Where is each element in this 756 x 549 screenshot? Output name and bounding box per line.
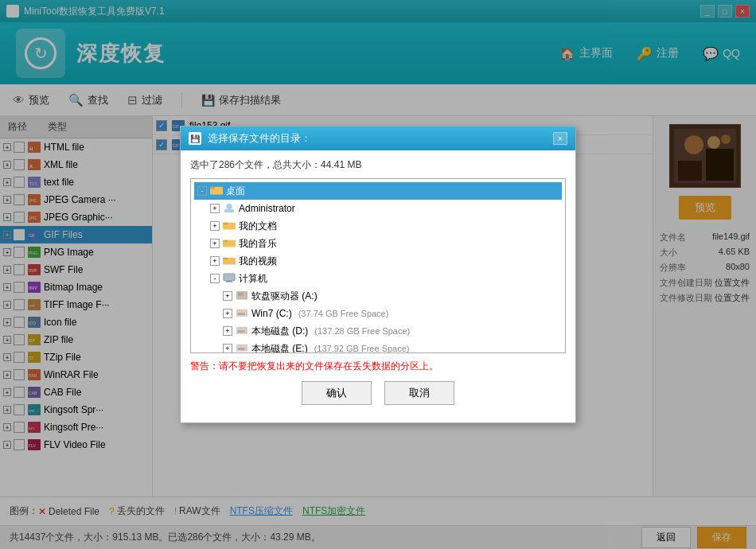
expand-icon[interactable]: + xyxy=(210,204,220,213)
cancel-button[interactable]: 取消 xyxy=(384,381,454,405)
tree-label: Administrator xyxy=(239,203,295,214)
tree-item-administrator[interactable]: + Administrator xyxy=(194,200,562,217)
tree-label: 桌面 xyxy=(226,185,245,198)
dialog-info: 选中了286个文件，总共大小：44.41 MB xyxy=(190,158,566,172)
expand-icon[interactable]: - xyxy=(210,274,220,283)
svg-rect-65 xyxy=(238,330,245,333)
dialog-footer: 确认 取消 xyxy=(190,381,566,415)
drive-space: (37.74 GB Free Space) xyxy=(298,309,389,318)
tree-item-c[interactable]: + Win7 (C:) (37.74 GB Free Space) xyxy=(194,305,562,322)
dialog-icon: 💾 xyxy=(189,132,201,145)
svg-point-49 xyxy=(226,204,232,209)
svg-rect-59 xyxy=(225,282,234,283)
dialog-close-button[interactable]: × xyxy=(553,132,567,145)
drive-space: (137.28 GB Free Space) xyxy=(314,326,410,336)
drive-icon xyxy=(236,290,248,302)
tree-label: Win7 (C:) xyxy=(251,308,292,319)
tree-label: 本地磁盘 (D:) xyxy=(251,325,308,338)
user-icon xyxy=(223,203,236,214)
dialog-warning: 警告：请不要把恢复出来的文件保存在丢失数据的分区上。 xyxy=(190,360,566,373)
dialog-overlay: 💾 选择保存文件的目录： × 选中了286个文件，总共大小：44.41 MB -… xyxy=(0,0,756,549)
tree-item-desktop[interactable]: - 桌面 xyxy=(194,182,562,200)
svg-rect-61 xyxy=(238,293,244,296)
expand-icon[interactable]: + xyxy=(210,256,220,266)
expand-icon[interactable]: + xyxy=(210,221,220,231)
dialog-title: 选择保存文件的目录： xyxy=(208,131,311,146)
tree-label: 我的音乐 xyxy=(239,237,277,251)
computer-icon xyxy=(223,273,236,284)
folder-tree[interactable]: - 桌面 + Administrator xyxy=(190,178,566,353)
svg-rect-57 xyxy=(224,274,235,281)
tree-item-docs[interactable]: + 我的文档 xyxy=(194,217,562,235)
expand-icon[interactable]: + xyxy=(223,309,232,318)
tree-label: 我的文档 xyxy=(239,220,277,233)
tree-item-music[interactable]: + 我的音乐 xyxy=(194,235,562,252)
expand-icon[interactable]: + xyxy=(223,344,232,353)
tree-label: 计算机 xyxy=(239,272,267,286)
expand-icon[interactable]: + xyxy=(210,239,220,248)
svg-rect-58 xyxy=(226,281,232,282)
drive-space: (137.92 GB Free Space) xyxy=(314,344,410,353)
expand-icon[interactable]: - xyxy=(197,186,207,196)
confirm-button[interactable]: 确认 xyxy=(302,381,372,405)
desktop-icon xyxy=(210,185,223,197)
svg-rect-48 xyxy=(210,187,215,189)
folder-icon xyxy=(223,238,236,249)
svg-rect-52 xyxy=(223,223,228,225)
tree-label: 软盘驱动器 (A:) xyxy=(251,290,318,303)
drive-icon xyxy=(236,325,248,337)
tree-item-computer[interactable]: - 计算机 xyxy=(194,270,562,287)
tree-item-video[interactable]: + 我的视频 xyxy=(194,252,562,270)
svg-rect-67 xyxy=(238,348,245,350)
tree-label: 本地磁盘 (E:) xyxy=(251,342,308,354)
tree-item-floppy[interactable]: + 软盘驱动器 (A:) xyxy=(194,287,562,305)
drive-icon xyxy=(236,343,248,353)
tree-item-e[interactable]: + 本地磁盘 (E:) (137.92 GB Free Space) xyxy=(194,340,562,353)
tree-label: 我的视频 xyxy=(239,255,277,268)
tree-item-d[interactable]: + 本地磁盘 (D:) (137.28 GB Free Space) xyxy=(194,322,562,340)
folder-icon xyxy=(223,255,236,267)
drive-icon xyxy=(236,308,248,319)
expand-icon[interactable]: + xyxy=(223,326,232,336)
svg-rect-50 xyxy=(224,209,234,212)
save-dialog: 💾 选择保存文件的目录： × 选中了286个文件，总共大小：44.41 MB -… xyxy=(180,126,576,423)
folder-icon xyxy=(223,220,236,232)
dialog-title-bar: 💾 选择保存文件的目录： × xyxy=(181,127,575,150)
svg-rect-63 xyxy=(238,313,245,315)
svg-rect-56 xyxy=(223,258,228,260)
dialog-body: 选中了286个文件，总共大小：44.41 MB - 桌面 + xyxy=(181,150,575,422)
svg-rect-54 xyxy=(223,240,228,243)
expand-icon[interactable]: + xyxy=(223,291,232,301)
